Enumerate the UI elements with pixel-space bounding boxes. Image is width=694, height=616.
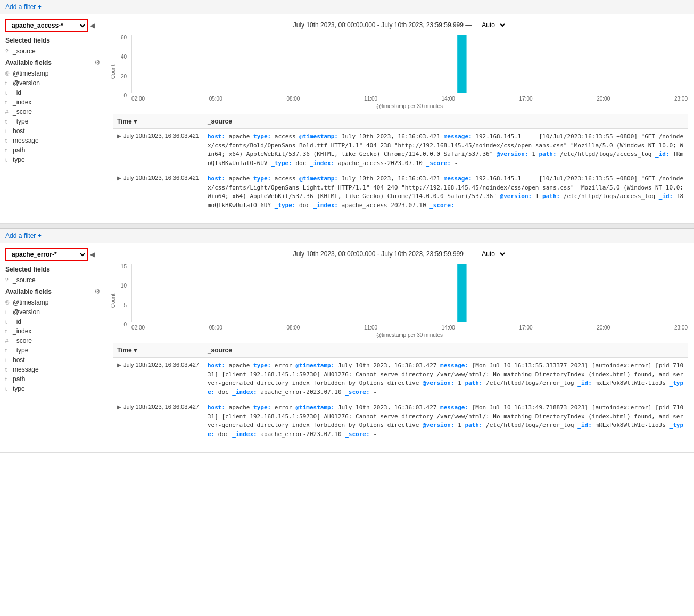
field-name: path — [13, 146, 25, 154]
available-field-item[interactable]: ©@timestamp — [5, 298, 101, 307]
add-filter-link[interactable]: Add a filter + — [5, 3, 42, 11]
available-field-item[interactable]: #_score — [5, 107, 101, 117]
x-axis-label: 20:00 — [597, 96, 610, 102]
gear-icon[interactable]: ⚙ — [94, 59, 101, 67]
field-key: @timestamp: — [296, 362, 335, 369]
available-field-item[interactable]: tpath — [5, 145, 101, 155]
log-cell: host: apache type: access @timestamp: Ju… — [203, 171, 688, 213]
x-axis-label: 05:00 — [209, 325, 222, 331]
main-content: July 10th 2023, 00:00:00.000 - July 10th… — [106, 243, 694, 447]
x-axis-label: 23:00 — [674, 325, 688, 331]
field-name: _type — [13, 118, 28, 125]
field-type-icon: t — [5, 100, 11, 105]
time-range-bar: July 10th 2023, 00:00:00.000 - July 10th… — [113, 248, 688, 260]
log-cell: host: apache type: error @timestamp: Jul… — [203, 400, 688, 442]
timestamp-cell: ▶July 10th 2023, 16:36:03.421 — [113, 129, 203, 171]
timestamp-cell: ▶July 10th 2023, 16:36:03.427 — [113, 400, 203, 442]
field-name: type — [13, 385, 25, 392]
add-filter-label: Add a filter — [5, 3, 36, 11]
available-field-item[interactable]: t_type — [5, 346, 101, 355]
field-key: message: — [444, 133, 472, 140]
chart-area — [131, 264, 688, 322]
available-field-item[interactable]: #_score — [5, 336, 101, 346]
field-key: type: — [253, 175, 271, 182]
available-field-item[interactable]: thost — [5, 126, 101, 136]
available-field-item[interactable]: ttype — [5, 384, 101, 393]
add-filter-link[interactable]: Add a filter + — [5, 232, 42, 240]
field-key: _score: — [345, 431, 369, 438]
available-field-item[interactable]: tmessage — [5, 365, 101, 374]
add-filter-label: Add a filter — [5, 232, 36, 240]
available-fields-title: Available fields — [5, 288, 52, 295]
available-field-item[interactable]: ©@timestamp — [5, 69, 101, 78]
svg-rect-28 — [457, 35, 466, 93]
log-cell: host: apache type: error @timestamp: Jul… — [203, 358, 688, 400]
x-axis-label: 14:00 — [442, 325, 455, 331]
expand-btn[interactable]: ▶ — [117, 404, 121, 410]
field-key: @version: — [500, 193, 532, 200]
available-field-item[interactable]: tpath — [5, 374, 101, 384]
sort-icon[interactable]: ▾ — [134, 347, 137, 354]
index-dropdown[interactable]: apache_access-* — [5, 19, 88, 32]
field-type-icon: © — [5, 71, 11, 77]
field-type-icon: t — [5, 376, 11, 382]
sort-icon[interactable]: ▾ — [134, 118, 137, 125]
table-header: Time ▾ — [113, 114, 203, 129]
back-button[interactable]: ◀ — [90, 251, 95, 258]
y-axis-label: 20 — [121, 73, 127, 79]
field-key: host: — [208, 404, 225, 411]
available-field-item[interactable]: t_index — [5, 97, 101, 107]
available-field-item[interactable]: t_index — [5, 326, 101, 336]
timestamp-cell: ▶July 10th 2023, 16:36:03.427 — [113, 358, 203, 400]
index-dropdown[interactable]: apache_error-* — [5, 248, 88, 261]
x-axis-label: 14:00 — [442, 96, 455, 102]
available-field-item[interactable]: tmessage — [5, 136, 101, 145]
field-key: _id: — [577, 380, 592, 387]
y-axis-label: 60 — [121, 35, 127, 40]
selected-field-item[interactable]: ?_source — [5, 46, 101, 56]
expand-btn[interactable]: ▶ — [117, 175, 121, 181]
x-axis-label: 08:00 — [286, 96, 300, 102]
panel-content: apache_access-*◀Selected fields?_sourceA… — [0, 14, 694, 218]
panel-content: apache_error-*◀Selected fields?_sourceAv… — [0, 243, 694, 447]
chart-container: Count604020002:0005:0008:0011:0014:0017:… — [113, 35, 688, 109]
field-name: host — [13, 127, 25, 135]
plus-icon: + — [38, 232, 42, 240]
field-key: _index: — [232, 389, 257, 396]
field-key: type: — [253, 133, 271, 140]
x-axis-label: 02:00 — [131, 96, 145, 102]
field-key: type: — [253, 404, 271, 411]
available-field-item[interactable]: ttype — [5, 155, 101, 165]
available-field-item[interactable]: thost — [5, 355, 101, 365]
field-key: _id: — [577, 422, 592, 429]
auto-interval-select[interactable]: Auto — [476, 248, 507, 260]
index-selector: apache_access-*◀ — [5, 19, 101, 32]
selected-field-item[interactable]: ?_source — [5, 275, 101, 285]
chart-y-axis: 151050 — [113, 264, 129, 327]
svg-rect-76 — [457, 264, 466, 322]
field-key: _id: — [659, 193, 673, 200]
field-type-icon: © — [5, 300, 11, 306]
expand-btn[interactable]: ▶ — [117, 133, 121, 139]
field-name: message — [13, 137, 39, 144]
chart-y-axis: 6040200 — [113, 35, 129, 98]
expand-btn[interactable]: ▶ — [117, 362, 121, 368]
back-button[interactable]: ◀ — [90, 22, 95, 29]
field-name: path — [13, 375, 25, 383]
available-field-item[interactable]: t@version — [5, 78, 101, 88]
available-field-item[interactable]: t_id — [5, 317, 101, 326]
y-axis-label: 0 — [123, 322, 127, 327]
available-fields-header: Available fields⚙ — [5, 285, 101, 298]
results-table: Time ▾_source▶July 10th 2023, 16:36:03.4… — [113, 343, 688, 442]
gear-icon[interactable]: ⚙ — [94, 288, 101, 295]
field-type-icon: ? — [5, 277, 11, 283]
auto-interval-select[interactable]: Auto — [476, 19, 507, 31]
panel-1: Add a filter +apache_access-*◀Selected f… — [0, 0, 694, 224]
x-axis-title: @timestamp per 30 minutes — [131, 332, 688, 338]
x-axis-label: 02:00 — [131, 325, 145, 331]
field-type-icon: # — [5, 109, 11, 115]
available-field-item[interactable]: t@version — [5, 307, 101, 317]
available-field-item[interactable]: t_id — [5, 88, 101, 97]
field-key: path: — [539, 151, 556, 158]
available-field-item[interactable]: t_type — [5, 117, 101, 126]
